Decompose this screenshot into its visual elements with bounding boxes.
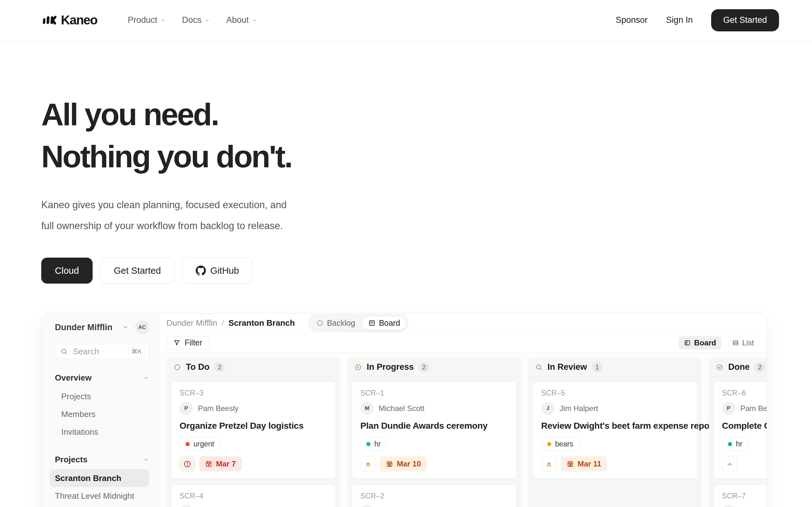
due-date-badge[interactable]: Mar 11 (561, 456, 607, 471)
hero-section: All you need. Nothing you don't. Kaneo g… (41, 94, 485, 284)
column-cards: SCR–1MMichael ScottPlan Dundie Awards ce… (347, 377, 521, 507)
hero-title-line1: All you need. (41, 97, 218, 132)
sidebar-item-projects[interactable]: Projects (50, 388, 149, 405)
priority-button[interactable] (541, 456, 556, 471)
assignee-name: Jim Halpert (560, 404, 598, 413)
task-card[interactable]: SCR–6PPam BeeslyComplete CPRhr (713, 382, 767, 479)
board-toolbar: Filter BoardList (159, 333, 767, 353)
sidebar-item-members[interactable]: Members (50, 405, 149, 423)
tag-label: bears (555, 440, 573, 448)
task-tag: urgent (180, 437, 220, 451)
view-toggle-board[interactable]: Board (679, 336, 721, 349)
app-preview: Dunder Mifflin AC Search ⌘K OverviewProj… (41, 313, 767, 507)
due-date-badge[interactable]: Mar 7 (199, 456, 242, 471)
column-count-badge: 2 (419, 362, 429, 372)
tab-label: Board (379, 319, 400, 328)
calendar-x-icon (205, 460, 212, 468)
view-toggle-label: Board (694, 338, 716, 347)
workspace-switcher[interactable]: Dunder Mifflin AC (55, 320, 149, 334)
task-card[interactable]: SCR–1MMichael ScottPlan Dundie Awards ce… (352, 382, 517, 479)
sidebar-section-header[interactable]: Projects (55, 453, 149, 466)
user-avatar[interactable]: AC (135, 320, 149, 334)
tab-board[interactable]: Board (362, 316, 407, 330)
nav-link-product[interactable]: Product (128, 15, 165, 25)
task-footer: Mar 10 (360, 456, 508, 471)
get-started-button[interactable]: Get Started (100, 258, 174, 284)
tag-dot (547, 442, 551, 446)
breadcrumb: Dunder Mifflin / Scranton Branch (166, 318, 295, 328)
kaneo-logo[interactable]: Kaneo (41, 13, 97, 28)
github-button[interactable]: GitHub (182, 258, 252, 284)
cloud-button[interactable]: Cloud (41, 258, 93, 284)
task-footer: Mar 7 (180, 456, 327, 471)
tag-label: urgent (194, 440, 214, 448)
task-card[interactable]: SCR–4DDwight Schrute (171, 485, 336, 507)
task-tag: hr (360, 437, 387, 451)
column-name: To Do (186, 362, 209, 372)
view-toggle-list[interactable]: List (727, 336, 759, 349)
task-card[interactable]: SCR–7DDwight Schrute (713, 485, 767, 507)
task-assignee: PPam Beesly (180, 402, 327, 415)
nav-link-about[interactable]: About (226, 15, 257, 25)
alert-circle-icon (183, 460, 192, 468)
tab-label: Backlog (327, 319, 355, 328)
search-icon (535, 363, 543, 371)
nav-link-docs[interactable]: Docs (182, 15, 210, 25)
sidebar-item-threat-level-midnight[interactable]: Threat Level Midnight (50, 487, 149, 505)
chevron-down-icon (143, 375, 149, 381)
assignee-avatar: P (180, 402, 193, 415)
view-switcher: BoardList (679, 336, 759, 349)
nav-get-started-button[interactable]: Get Started (711, 9, 779, 32)
hero-title-line2: Nothing you don't. (41, 139, 292, 174)
sidebar-section-header[interactable]: Overview (55, 371, 149, 384)
sidebar: Dunder Mifflin AC Search ⌘K OverviewProj… (42, 314, 159, 507)
task-card[interactable]: SCR–5JJim HalpertReview Dwight's beet fa… (532, 382, 698, 479)
task-title: Review Dwight's beet farm expense report (541, 421, 689, 431)
kanban-board: To Do2SCR–3PPam BeeslyOrganize Pretzel D… (159, 353, 767, 507)
tab-backlog[interactable]: Backlog (310, 316, 362, 330)
task-id: SCR–3 (180, 389, 327, 397)
breadcrumb-workspace[interactable]: Dunder Mifflin (166, 318, 217, 328)
sidebar-item-scranton-branch[interactable]: Scranton Branch (50, 469, 149, 487)
assignee-name: Pam Beesly (740, 404, 767, 413)
column-cards: SCR–6PPam BeeslyComplete CPRhrSCR–7DDwig… (709, 377, 767, 507)
priority-button[interactable] (180, 456, 195, 471)
filter-button[interactable]: Filter (166, 336, 209, 349)
search-input[interactable]: Search ⌘K (55, 344, 149, 359)
assignee-avatar: J (541, 402, 554, 415)
breadcrumb-separator: / (222, 318, 224, 328)
column-header: In Progress2 (347, 357, 521, 377)
view-toggle-label: List (742, 338, 754, 347)
board-column-in-progress: In Progress2SCR–1MMichael ScottPlan Dund… (347, 357, 521, 507)
hero-subtitle: Kaneo gives you clean planning, focused … (41, 194, 485, 237)
task-footer (722, 456, 767, 471)
search-placeholder: Search (73, 347, 99, 356)
kanban-icon (368, 320, 375, 327)
task-card[interactable]: SCR–2JJim Halpert (352, 485, 517, 507)
chevron-down-icon (117, 324, 129, 331)
task-footer: Mar 11 (541, 456, 689, 471)
task-card[interactable]: SCR–3PPam BeeslyOrganize Pretzel Day log… (171, 382, 336, 479)
chevron-down-icon (122, 324, 129, 331)
nav-sponsor-link[interactable]: Sponsor (616, 15, 648, 25)
button-label: GitHub (210, 266, 239, 276)
chevron-down-icon (252, 18, 257, 23)
task-assignee: PPam Beesly (722, 402, 767, 415)
priority-button[interactable] (360, 456, 375, 471)
due-date-badge[interactable]: Mar 10 (380, 456, 426, 471)
board-column-to-do: To Do2SCR–3PPam BeeslyOrganize Pretzel D… (166, 357, 340, 507)
nav-signin-link[interactable]: Sign In (666, 15, 693, 25)
assignee-avatar: D (180, 505, 193, 507)
task-id: SCR–7 (722, 492, 767, 500)
sidebar-section-items: ProjectsMembersInvitations (50, 388, 149, 441)
funnel-icon (173, 339, 181, 346)
search-shortcut-badge: ⌘K (128, 346, 145, 356)
assignee-avatar: P (722, 402, 735, 415)
list-icon (732, 339, 739, 346)
breadcrumb-project[interactable]: Scranton Branch (229, 318, 295, 328)
sidebar-item-invitations[interactable]: Invitations (50, 423, 149, 441)
priority-button[interactable] (722, 456, 737, 471)
workspace-name: Dunder Mifflin (55, 323, 112, 332)
hero-title: All you need. Nothing you don't. (41, 94, 485, 178)
column-name: In Progress (367, 362, 414, 372)
